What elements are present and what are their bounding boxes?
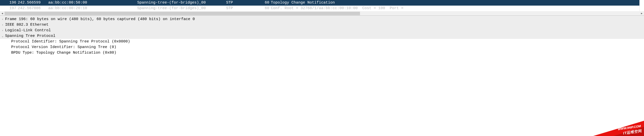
tree-label: Logical-Link Control	[5, 28, 51, 33]
watermark-brand: IT运维空间	[623, 129, 642, 136]
chevron-down-icon[interactable]: ⌄	[0, 33, 5, 39]
scrollbar-thumb[interactable]	[5, 12, 360, 15]
scroll-left-arrow-icon[interactable]: ◄	[0, 11, 5, 16]
tree-label: Frame 196: 60 bytes on wire (480 bits), …	[5, 17, 195, 22]
tree-label: BPDU Type: Topology Change Notification …	[11, 50, 116, 56]
col-no: 197	[0, 6, 18, 11]
col-source: aa:bb:cc:00:20:10	[46, 6, 137, 11]
tree-item-protocol-version[interactable]: Protocol Version Identifier: Spanning Tr…	[0, 44, 644, 50]
tree-item-bpdu-type[interactable]: BPDU Type: Topology Change Notification …	[0, 50, 644, 56]
col-time: 242.567086	[18, 6, 46, 11]
watermark: WWW.94IP.COM IT运维空间	[593, 121, 644, 136]
packet-details-pane[interactable]: › Frame 196: 60 bytes on wire (480 bits)…	[0, 16, 644, 56]
chevron-right-icon[interactable]: ›	[0, 28, 5, 33]
tree-label: Protocol Identifier: Spanning Tree Proto…	[11, 39, 130, 44]
chevron-right-icon[interactable]: ›	[0, 17, 5, 22]
packet-list-pane[interactable]: 196 242.566599 aa:bb:cc:00:50:00 Spannin…	[0, 0, 644, 16]
packet-row[interactable]: 197 242.567086 aa:bb:cc:00:20:10 Spannin…	[0, 6, 644, 11]
col-no: 196	[0, 0, 18, 6]
watermark-url: WWW.94IP.COM	[618, 124, 641, 131]
col-time: 242.566599	[18, 0, 46, 6]
packet-list-horizontal-scrollbar[interactable]: ◄ ►	[0, 11, 644, 16]
tree-item-ethernet[interactable]: › IEEE 802.3 Ethernet	[0, 22, 644, 28]
scroll-right-arrow-icon[interactable]: ►	[639, 11, 644, 16]
packet-list-vertical-scrollbar[interactable]	[639, 0, 644, 11]
tree-item-stp[interactable]: ⌄ Spanning Tree Protocol	[0, 33, 644, 39]
chevron-right-icon[interactable]: ›	[0, 22, 5, 28]
tree-item-llc[interactable]: › Logical-Link Control	[0, 28, 644, 33]
tree-label: IEEE 802.3 Ethernet	[5, 22, 49, 28]
scrollbar-track[interactable]	[5, 11, 639, 16]
tree-label: Protocol Version Identifier: Spanning Tr…	[11, 44, 116, 50]
col-destination: Spanning-tree-(for-bridges)_00	[137, 0, 226, 6]
col-info: Conf. Root = 32768/1/aa:bb:cc:00:10:00 C…	[269, 6, 644, 11]
col-source: aa:bb:cc:00:50:00	[46, 0, 137, 6]
col-info: Topology Change Notification	[269, 0, 644, 6]
packet-row[interactable]: 196 242.566599 aa:bb:cc:00:50:00 Spannin…	[0, 0, 644, 6]
col-destination: Spanning-tree-(for-bridges)_00	[137, 6, 226, 11]
tree-item-protocol-identifier[interactable]: Protocol Identifier: Spanning Tree Proto…	[0, 39, 644, 44]
col-protocol: STP	[226, 0, 259, 6]
col-length: 60	[259, 0, 269, 6]
col-protocol: STP	[226, 6, 259, 11]
col-length: 60	[259, 6, 269, 11]
tree-item-frame[interactable]: › Frame 196: 60 bytes on wire (480 bits)…	[0, 17, 644, 22]
tree-label: Spanning Tree Protocol	[5, 33, 55, 39]
